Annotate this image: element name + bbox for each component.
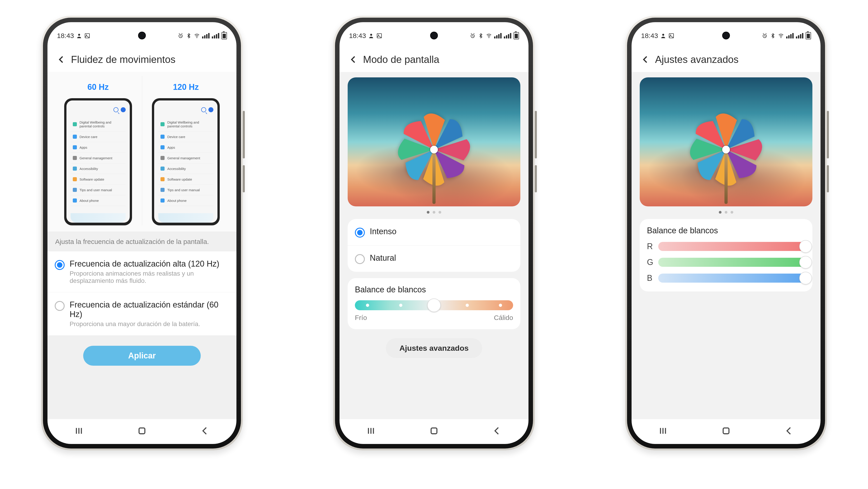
nav-recent[interactable]	[365, 425, 377, 437]
option-natural[interactable]: Natural	[348, 246, 520, 272]
status-bar: 18:43	[641, 29, 811, 42]
svg-point-10	[489, 37, 489, 38]
status-time: 18:43	[641, 32, 658, 39]
bluetooth-icon	[186, 33, 192, 39]
hz-120-label: 120 Hz	[173, 82, 199, 92]
radio-unchecked-icon	[55, 301, 65, 311]
battery-icon	[806, 32, 811, 39]
svg-point-8	[378, 35, 379, 35]
nav-recent[interactable]	[657, 425, 669, 437]
image-icon	[669, 33, 674, 39]
battery-icon	[514, 32, 519, 39]
slider-red[interactable]: R	[647, 242, 805, 251]
slider-thumb[interactable]	[427, 298, 441, 312]
hz-120-column[interactable]: 120 Hz Digital Wellbeing and parental co…	[142, 76, 230, 225]
slider-green[interactable]: G	[647, 258, 805, 267]
phone-side-button-2	[535, 165, 537, 192]
svg-point-14	[670, 35, 671, 35]
preview-image[interactable]	[640, 77, 812, 206]
option-title: Frecuencia de actualización estándar (60…	[70, 300, 229, 319]
avatar-icon	[121, 107, 126, 112]
nav-recent[interactable]	[72, 425, 85, 437]
nav-back[interactable]	[491, 425, 503, 437]
person-icon	[368, 33, 374, 39]
nav-bar	[631, 423, 820, 439]
label-b: B	[647, 274, 654, 283]
person-icon	[76, 33, 82, 39]
refresh-rate-options: Frecuencia de actualización alta (120 Hz…	[48, 251, 237, 335]
option-intenso[interactable]: Intenso	[348, 219, 520, 246]
option-60hz[interactable]: Frecuencia de actualización estándar (60…	[48, 292, 237, 335]
alarm-icon	[178, 33, 184, 39]
search-icon	[114, 107, 119, 112]
page-title: Ajustes avanzados	[655, 54, 739, 65]
back-button[interactable]	[55, 53, 68, 66]
page-indicator[interactable]	[631, 211, 820, 213]
svg-rect-5	[139, 428, 145, 434]
white-balance-title: Balance de blancos	[355, 285, 513, 294]
hz-60-label: 60 Hz	[88, 82, 109, 92]
label-cold: Frío	[355, 314, 367, 321]
wifi-icon	[486, 33, 492, 39]
phone-side-button	[243, 111, 245, 159]
slider-track[interactable]	[658, 274, 805, 283]
alarm-icon	[762, 33, 768, 39]
nav-bar	[340, 423, 528, 439]
advanced-settings-button[interactable]: Ajustes avanzados	[386, 338, 482, 358]
nav-back[interactable]	[783, 425, 796, 437]
white-balance-slider[interactable]	[355, 300, 513, 310]
nav-back[interactable]	[199, 425, 211, 437]
back-button[interactable]	[347, 53, 360, 66]
nav-home[interactable]	[428, 425, 440, 437]
svg-rect-17	[723, 428, 729, 434]
svg-point-2	[86, 35, 87, 35]
hz-60-column[interactable]: 60 Hz Digital Wellbeing and parental con…	[54, 76, 142, 225]
signal-icon-2	[504, 33, 511, 38]
preview-phone-120: Digital Wellbeing and parental controls …	[152, 98, 220, 225]
signal-icon	[202, 33, 210, 38]
battery-icon	[221, 32, 227, 39]
option-desc: Proporciona animaciones más realistas y …	[70, 270, 229, 284]
header: Fluidez de movimientos	[48, 47, 237, 72]
screen: 18:43 Ajustes avanzados	[631, 22, 820, 444]
page-title: Fluidez de movimientos	[71, 54, 176, 65]
slider-thumb[interactable]	[799, 240, 812, 253]
status-time: 18:43	[349, 32, 366, 39]
white-balance-labels: Frío Cálido	[355, 314, 513, 321]
phone-side-button-2	[827, 165, 829, 192]
svg-rect-11	[431, 428, 437, 434]
slider-track[interactable]	[658, 258, 805, 267]
slider-blue[interactable]: B	[647, 274, 805, 283]
description-text: Ajusta la frecuencia de actualización de…	[48, 232, 237, 251]
slider-thumb[interactable]	[799, 256, 812, 268]
back-button[interactable]	[639, 53, 652, 66]
option-title: Frecuencia de actualización alta (120 Hz…	[70, 259, 229, 268]
nav-home[interactable]	[720, 425, 733, 437]
phone-ajustes-avanzados: 18:43 Ajustes avanzados	[625, 16, 827, 450]
preview-image[interactable]	[348, 77, 520, 206]
slider-track[interactable]	[658, 242, 805, 251]
screen: 18:43 Modo de pantalla	[340, 22, 528, 444]
white-balance-card: Balance de blancos Frío Cálido	[348, 278, 520, 329]
white-balance-title: Balance de blancos	[647, 226, 805, 235]
apply-button[interactable]: Aplicar	[83, 346, 201, 366]
svg-point-6	[370, 34, 372, 36]
white-balance-rgb-card: Balance de blancos R G B	[640, 219, 812, 291]
slider-thumb[interactable]	[799, 272, 812, 284]
content: Balance de blancos R G B	[631, 72, 820, 419]
wifi-icon	[194, 33, 200, 39]
status-bar: 18:43	[57, 29, 227, 42]
page-title: Modo de pantalla	[363, 54, 439, 65]
signal-icon-2	[212, 33, 219, 38]
signal-icon	[786, 33, 794, 38]
preview-phone-60: Digital Wellbeing and parental controls …	[64, 98, 132, 225]
status-bar: 18:43	[349, 29, 519, 42]
radio-checked-icon	[355, 228, 365, 238]
avatar-icon	[209, 107, 213, 112]
nav-home[interactable]	[135, 425, 148, 437]
page-indicator[interactable]	[340, 211, 528, 213]
screen: 18:43 Fluidez de movimientos 60 Hz	[48, 22, 237, 444]
alarm-icon	[470, 33, 475, 39]
option-120hz[interactable]: Frecuencia de actualización alta (120 Hz…	[48, 251, 237, 292]
header: Ajustes avanzados	[631, 47, 820, 72]
